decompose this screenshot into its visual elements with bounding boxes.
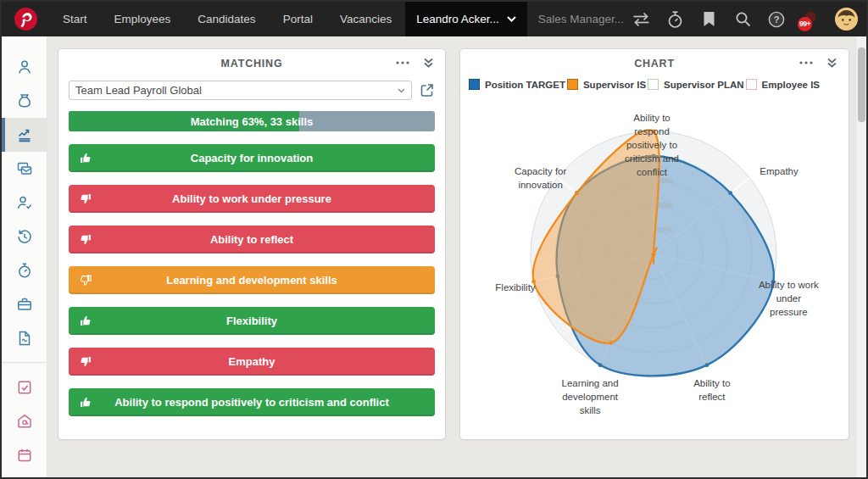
skill-button[interactable]: Capacity for innovation	[69, 144, 435, 172]
skill-label: Empathy	[229, 355, 275, 368]
sidebar-item-history[interactable]	[2, 220, 47, 253]
legend-label: Employee IS	[762, 80, 820, 90]
open-vacancy-icon[interactable]	[419, 82, 435, 98]
sidebar-item-analytics[interactable]	[2, 118, 47, 152]
vacancy-select[interactable]: Team Lead Payroll Global	[69, 81, 412, 100]
sidebar-divider	[2, 362, 47, 363]
legend-label: Supervisor PLAN	[664, 80, 744, 90]
select-caret-icon	[398, 88, 405, 93]
calendar-icon	[15, 446, 34, 465]
topbar-icon-group: ? 99+	[632, 8, 866, 31]
sidebar-item-mail[interactable]	[2, 404, 47, 438]
mail-stack-icon	[15, 159, 34, 178]
notification-badge: 99+	[798, 17, 812, 31]
matching-collapse-icon[interactable]	[423, 58, 434, 68]
legend-item[interactable]: Position TARGET	[469, 79, 565, 90]
legend-label: Position TARGET	[485, 80, 565, 90]
radar-data-point[interactable]	[575, 191, 579, 195]
radar-tick-label: 20%	[657, 225, 674, 234]
mail-at-icon	[15, 412, 34, 431]
bookmark-icon[interactable]	[699, 10, 718, 29]
app-window: StartEmployeesCandidatesPortalVacancies …	[0, 0, 868, 479]
sidebar-item-payroll[interactable]	[2, 84, 47, 118]
app-logo[interactable]	[2, 7, 49, 31]
left-sidebar	[2, 36, 47, 477]
active-vacancy-label[interactable]: Sales Manager...	[538, 13, 624, 25]
sidebar-item-calendar[interactable]	[2, 438, 47, 472]
radar-axis-label: Flexibility	[495, 282, 536, 292]
active-employee-label: Leandro Acker...	[416, 13, 499, 25]
user-avatar[interactable]	[835, 8, 858, 31]
skill-button[interactable]: Ability to respond positively to critici…	[69, 388, 435, 416]
chart-panel-header: CHART	[460, 49, 849, 75]
legend-swatch	[469, 79, 480, 90]
legend-item[interactable]: Supervisor IS	[567, 79, 646, 90]
sidebar-item-profile[interactable]	[2, 50, 47, 84]
nav-item-candidates[interactable]: Candidates	[184, 2, 269, 36]
radar-data-point[interactable]	[728, 191, 732, 195]
legend-label: Supervisor IS	[583, 80, 646, 90]
sidebar-item-documents[interactable]	[2, 321, 47, 355]
skill-label: Ability to work under pressure	[172, 192, 331, 205]
search-icon[interactable]	[733, 10, 752, 29]
sidebar-item-approvals[interactable]	[2, 186, 47, 220]
logo-icon	[14, 7, 38, 31]
legend-swatch	[648, 79, 659, 90]
legend-item[interactable]: Supervisor PLAN	[648, 79, 744, 90]
svg-text:?: ?	[774, 14, 780, 25]
thumbs-up-icon	[80, 396, 92, 409]
stopwatch-icon	[15, 261, 34, 280]
content-area: MATCHING Team Lead Payroll Global	[2, 36, 866, 477]
skill-button[interactable]: Ability to reflect	[69, 226, 435, 253]
radar-axis-label: Learning anddevelopmentskills	[562, 378, 619, 415]
thumbs-down-icon	[80, 233, 92, 246]
timer-icon[interactable]	[665, 10, 684, 29]
matching-panel-header: MATCHING	[58, 49, 445, 75]
radar-data-point[interactable]	[652, 253, 656, 257]
notifications-icon[interactable]: 99+	[801, 10, 820, 29]
radar-axis-label: Empathy	[760, 166, 798, 176]
matching-panel: MATCHING Team Lead Payroll Global	[58, 48, 446, 440]
sidebar-item-correspondence[interactable]	[2, 152, 47, 186]
active-employee-tab[interactable]: Leandro Acker...	[405, 2, 527, 36]
page-scrollbar	[855, 36, 866, 477]
swap-icon[interactable]	[632, 10, 650, 29]
chevron-down-icon	[507, 16, 516, 22]
skill-button[interactable]: Empathy	[69, 348, 435, 376]
skill-button[interactable]: Flexibility	[69, 307, 435, 335]
matching-menu-icon[interactable]	[395, 60, 410, 65]
sidebar-item-tasks[interactable]	[2, 370, 47, 404]
moneybag-icon	[15, 92, 34, 110]
legend-item[interactable]: Employee IS	[746, 79, 820, 90]
chart-icon	[15, 125, 34, 144]
main-area: MATCHING Team Lead Payroll Global	[47, 36, 866, 477]
help-icon[interactable]: ?	[767, 10, 786, 29]
chart-legend: Position TARGETSupervisor ISSupervisor P…	[460, 75, 830, 90]
nav-item-start[interactable]: Start	[49, 2, 101, 36]
radar-data-point[interactable]	[609, 341, 613, 345]
main-nav: StartEmployeesCandidatesPortalVacancies	[49, 2, 405, 36]
radar-data-point[interactable]	[598, 363, 603, 367]
matching-progress-label: Matching 63%, 33 skills	[69, 111, 435, 131]
thumbs-down-outline-icon	[80, 274, 92, 287]
nav-item-vacancies[interactable]: Vacancies	[326, 2, 405, 36]
skill-button[interactable]: Learning and development skills	[69, 266, 435, 294]
checkbox-icon	[15, 378, 34, 397]
sidebar-item-jobs[interactable]	[2, 287, 47, 321]
chart-menu-icon[interactable]	[798, 60, 814, 65]
nav-item-portal[interactable]: Portal	[270, 2, 326, 36]
thumbs-up-icon	[80, 315, 92, 327]
page-scrollbar-thumb[interactable]	[858, 47, 865, 122]
sidebar-item-time[interactable]	[2, 253, 47, 287]
chart-panel-title: CHART	[460, 58, 849, 70]
skill-label: Flexibility	[226, 315, 277, 327]
nav-item-employees[interactable]: Employees	[101, 2, 185, 36]
vacancy-select-value: Team Lead Payroll Global	[75, 84, 202, 97]
chart-collapse-icon[interactable]	[826, 58, 837, 68]
radar-data-point[interactable]	[705, 363, 709, 367]
legend-swatch	[567, 79, 578, 90]
history-icon	[15, 227, 34, 246]
pdf-icon	[15, 329, 34, 348]
chart-panel: CHART Position TARGETSupervisor ISSuperv…	[459, 48, 849, 440]
skill-button[interactable]: Ability to work under pressure	[69, 185, 435, 213]
